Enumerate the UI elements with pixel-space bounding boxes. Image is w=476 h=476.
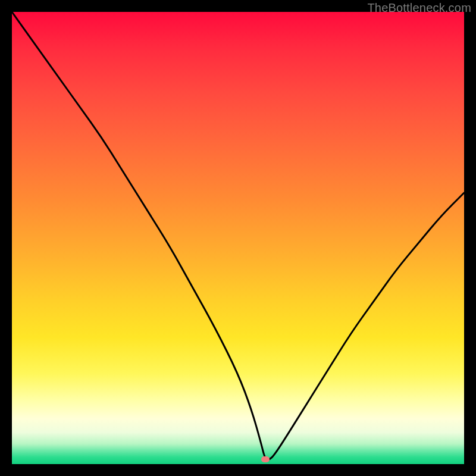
- plot-area: [12, 12, 464, 464]
- minimum-marker: [261, 456, 270, 462]
- attribution-text: TheBottleneck.com: [367, 1, 471, 15]
- chart-frame: TheBottleneck.com: [0, 0, 476, 476]
- bottleneck-curve: [12, 12, 464, 464]
